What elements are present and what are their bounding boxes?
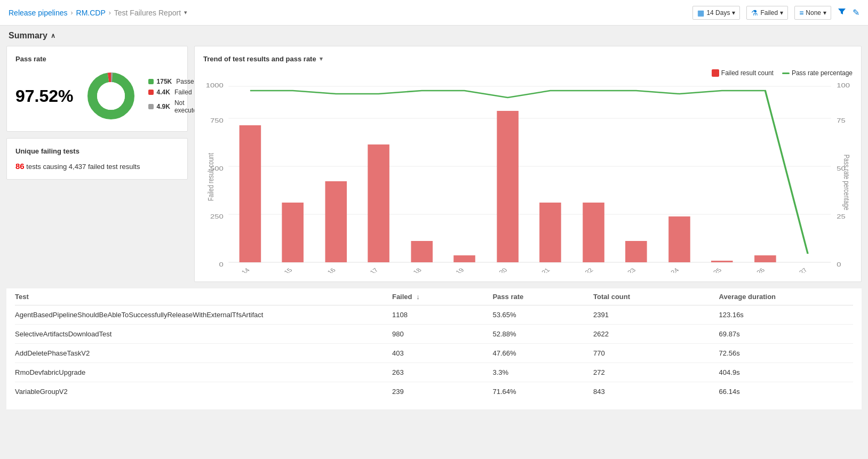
main-content: Summary ∧ Pass rate 97.52%	[0, 26, 868, 409]
days-filter-label: 14 Days	[706, 9, 730, 17]
bar-2	[325, 181, 347, 262]
bar-6	[497, 111, 519, 262]
summary-section-header[interactable]: Summary ∧	[0, 26, 868, 46]
cell-test-4: VariableGroupV2	[15, 382, 392, 401]
unique-failing-count: 86	[15, 162, 25, 171]
donut-chart	[84, 69, 138, 123]
table-header-row: Test Failed ↓ Pass rate Total count Aver…	[15, 288, 853, 305]
breadcrumb-sep-1: ›	[71, 9, 73, 17]
failed-count-label: Failed result count	[721, 69, 774, 77]
chart-title: Trend of test results and pass rate	[203, 55, 316, 63]
table-row[interactable]: AgentBasedPipelineShouldBeAbleToSuccessf…	[15, 305, 853, 325]
svg-text:2019-05-23: 2019-05-23	[606, 267, 638, 273]
days-chevron-icon: ▾	[732, 9, 735, 17]
passed-dot	[148, 79, 154, 84]
svg-text:2019-05-20: 2019-05-20	[477, 267, 509, 273]
breadcrumb-dropdown-icon[interactable]: ▾	[184, 9, 187, 16]
svg-text:75: 75	[837, 117, 846, 124]
cell-duration-1: 69.87s	[719, 325, 853, 344]
trend-chart-card: Trend of test results and pass rate ▾ Fa…	[194, 46, 862, 282]
table-body: AgentBasedPipelineShouldBeAbleToSuccessf…	[15, 305, 853, 401]
cell-passrate-1: 52.88%	[492, 325, 593, 344]
summary-panels: Pass rate 97.52%	[0, 46, 868, 288]
unique-failing-text: 86 tests causing 4,437 failed test resul…	[15, 162, 179, 171]
cell-total-3: 272	[593, 363, 719, 382]
summary-chevron-icon: ∧	[51, 32, 55, 39]
group-icon: ≡	[799, 9, 803, 17]
svg-text:1000: 1000	[206, 82, 224, 89]
svg-text:250: 250	[210, 213, 224, 220]
pass-rate-line	[782, 73, 790, 74]
svg-text:100: 100	[837, 82, 850, 89]
days-filter-btn[interactable]: ▦ 14 Days ▾	[692, 6, 740, 20]
legend-pass-rate: Pass rate percentage	[782, 69, 853, 77]
summary-title: Summary	[9, 31, 47, 41]
not-executed-count: 4.9K	[157, 103, 170, 110]
svg-text:2019-05-16: 2019-05-16	[305, 267, 337, 273]
cell-test-1: SelectiveArtifactsDownloadTest	[15, 325, 392, 344]
svg-text:2019-05-18: 2019-05-18	[391, 267, 423, 273]
cell-total-1: 2622	[593, 325, 719, 344]
col-header-duration[interactable]: Average duration	[719, 288, 853, 305]
not-executed-dot	[148, 104, 154, 109]
svg-text:25: 25	[837, 213, 846, 220]
chart-area: 0 250 500 750 1000 0 25 50 75 100	[203, 81, 853, 273]
breadcrumb-sep-2: ›	[109, 9, 111, 17]
svg-text:2019-05-24: 2019-05-24	[649, 267, 681, 273]
legend-passed: 175K Passed	[148, 78, 201, 85]
status-chevron-icon: ▾	[780, 9, 783, 17]
cell-total-4: 843	[593, 382, 719, 401]
bar-7	[539, 203, 561, 262]
bar-1	[282, 203, 304, 262]
cell-total-2: 770	[593, 344, 719, 363]
cell-passrate-3: 3.3%	[492, 363, 593, 382]
filter-funnel-btn[interactable]	[838, 7, 846, 18]
table-row[interactable]: RmoDevfabricUpgrade 263 3.3% 272 404.9s	[15, 363, 853, 382]
svg-text:Failed result count: Failed result count	[206, 153, 215, 201]
calendar-icon: ▦	[697, 9, 704, 17]
flask-icon: ⚗	[751, 9, 758, 17]
failed-count-dot	[712, 69, 719, 77]
pass-rate-legend: 175K Passed 4.4K Failed 4.9K Not execute…	[148, 78, 201, 114]
breadcrumb-item-2[interactable]: RM.CDP	[76, 9, 106, 17]
status-filter-btn[interactable]: ⚗ Failed ▾	[746, 6, 788, 20]
breadcrumb-item-3[interactable]: Test Failures Report	[114, 9, 181, 17]
svg-text:2019-05-25: 2019-05-25	[691, 267, 723, 273]
svg-text:750: 750	[210, 117, 224, 124]
svg-text:Pass rate percentage: Pass rate percentage	[842, 155, 851, 211]
svg-text:2019-05-19: 2019-05-19	[434, 267, 466, 273]
col-header-test[interactable]: Test	[15, 288, 392, 305]
col-header-passrate[interactable]: Pass rate	[492, 288, 593, 305]
bar-8	[583, 203, 604, 262]
cell-failed-0: 1108	[392, 305, 476, 325]
col-header-failed[interactable]: Failed ↓	[392, 288, 476, 305]
chart-legend: Failed result count Pass rate percentage	[203, 69, 853, 77]
unique-failing-description: tests causing 4,437 failed test results	[26, 163, 140, 171]
bar-0	[240, 125, 261, 262]
svg-text:2019-05-22: 2019-05-22	[563, 267, 595, 273]
group-filter-btn[interactable]: ≡ None ▾	[794, 6, 831, 20]
failed-count: 4.4K	[157, 88, 170, 96]
table-row[interactable]: SelectiveArtifactsDownloadTest 980 52.88…	[15, 325, 853, 344]
bar-12	[754, 255, 776, 262]
pass-rate-content: 97.52%	[15, 69, 179, 123]
col-header-total[interactable]: Total count	[593, 288, 719, 305]
status-filter-label: Failed	[760, 9, 778, 17]
results-table: Test Failed ↓ Pass rate Total count Aver…	[15, 288, 853, 401]
svg-text:2019-05-17: 2019-05-17	[348, 267, 380, 273]
failed-label: Failed	[174, 88, 192, 96]
cell-duration-2: 72.56s	[719, 344, 853, 363]
pass-rate-card: Pass rate 97.52%	[6, 46, 188, 132]
cell-passrate-4: 71.64%	[492, 382, 593, 401]
svg-text:0: 0	[837, 261, 841, 268]
cell-duration-0: 123.16s	[719, 305, 853, 325]
bar-10	[668, 216, 690, 262]
group-chevron-icon: ▾	[823, 9, 826, 17]
table-row[interactable]: AddDeletePhaseTaskV2 403 47.66% 770 72.5…	[15, 344, 853, 363]
chart-chevron-icon[interactable]: ▾	[320, 55, 323, 62]
table-row[interactable]: VariableGroupV2 239 71.64% 843 66.14s	[15, 382, 853, 401]
edit-btn[interactable]: ✎	[853, 7, 859, 18]
breadcrumb-item-1[interactable]: Release pipelines	[9, 9, 68, 17]
passed-count: 175K	[157, 78, 172, 85]
bar-3	[368, 144, 389, 262]
